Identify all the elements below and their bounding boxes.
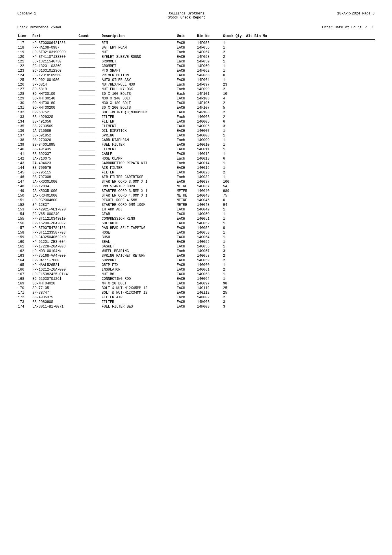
alt-bin-no bbox=[246, 305, 280, 309]
table-row: 128BO-MHT30100________30 X 100 BOLTSEach… bbox=[17, 92, 375, 96]
table-row: 138BS-270026________CARB DIAPHRAMEach14G… bbox=[17, 138, 375, 143]
unit: EACH bbox=[176, 180, 196, 184]
alt-bin-no bbox=[246, 235, 280, 239]
description: FILTER bbox=[101, 120, 176, 124]
alt-bin-no bbox=[246, 110, 280, 114]
alt-bin-no bbox=[246, 189, 280, 193]
alt-bin-no bbox=[246, 208, 280, 212]
part-number: HP-ST11233587703 bbox=[32, 231, 78, 235]
part-number: HP-ST11210343010 bbox=[32, 217, 78, 221]
stock-qty: 23 bbox=[222, 83, 246, 87]
table-row: 123EC-61031012360________PTO SHAFTEACH14… bbox=[17, 69, 375, 73]
alt-bin-no bbox=[246, 249, 280, 253]
stock-qty: 1 bbox=[222, 69, 246, 73]
table-row: 137BS-691852________SPRINGEACH14G0081 bbox=[17, 133, 375, 138]
stock-qty: 1 bbox=[222, 41, 246, 45]
bin-no: 14G055 bbox=[196, 240, 222, 244]
bin-no: 14G014 bbox=[196, 161, 222, 165]
bin-no: 14G058 bbox=[196, 254, 222, 258]
bin-no: 14F055 bbox=[196, 41, 222, 45]
bin-no: 14F105 bbox=[196, 101, 222, 105]
table-row: 154EC-V651000240________GEAREACH14G0501 bbox=[17, 212, 375, 217]
table-row: 173BS-298090S________FILTEREACH14H0033 bbox=[17, 300, 375, 304]
description: SPRING bbox=[101, 134, 176, 138]
description: CARB DIAPHRAM bbox=[101, 138, 176, 142]
bin-no: 14G054 bbox=[196, 235, 222, 239]
part-number: SP-6819 bbox=[32, 87, 78, 91]
bin-no: 14G052 bbox=[196, 221, 222, 225]
description: NUT/HEX/FULL M30 bbox=[101, 83, 176, 87]
stock-qty: 2 bbox=[222, 110, 246, 114]
line-number: 168 bbox=[17, 277, 32, 281]
bin-no: 14F056 bbox=[196, 46, 222, 50]
count-field: ________ bbox=[78, 60, 101, 64]
description: EYELET SLEEVE ROUND bbox=[101, 55, 176, 59]
alt-bin-no bbox=[246, 277, 280, 281]
bin-no: 14F064 bbox=[196, 78, 222, 82]
table-row: 132SP-53752________BOLT-METRIC(C)M30X120… bbox=[17, 110, 375, 115]
company-label: Company bbox=[17, 12, 32, 16]
part-number: HP-ST90754784136 bbox=[32, 226, 78, 230]
unit: EACH bbox=[176, 235, 196, 239]
table-row: 118HP-HA108-0987________BATTERY FOAMEACH… bbox=[17, 45, 375, 50]
unit: EACH bbox=[176, 263, 196, 267]
description: FUEL FILTER bbox=[101, 143, 176, 147]
count-field: ________ bbox=[78, 221, 101, 225]
alt-bin-no bbox=[246, 83, 280, 87]
description: WHEEL BEARING bbox=[101, 249, 176, 253]
stock-qty: 2 bbox=[222, 254, 246, 258]
line-number: 163 bbox=[17, 254, 32, 258]
description: PAN HEAD SELF-TAPPING bbox=[101, 226, 176, 230]
col-unit: Unit bbox=[176, 34, 196, 38]
bin-no: 14G050 bbox=[196, 212, 222, 216]
stock-qty: 10 bbox=[222, 92, 246, 96]
count-field: ________ bbox=[78, 78, 101, 82]
alt-bin-no bbox=[246, 226, 280, 230]
company-number: 1 bbox=[34, 12, 36, 16]
bin-no: 14G048 bbox=[196, 203, 222, 207]
line-number: 127 bbox=[17, 87, 32, 91]
part-number: BO-MHT30140 bbox=[32, 97, 78, 101]
table-row: 155HP-ST11210343010________COMPRESSION R… bbox=[17, 217, 375, 221]
stock-qty: 1 bbox=[222, 129, 246, 133]
table-row: 166HP-16212-Z0A-000________INSULATOREACH… bbox=[17, 267, 375, 272]
count-field: ________ bbox=[78, 152, 101, 156]
stock-qty: 2 bbox=[222, 101, 246, 105]
description: PTO SHAFT bbox=[101, 69, 176, 73]
table-row: 135BS-273356S________ELEMENTEACH14G0063 bbox=[17, 124, 375, 129]
alt-bin-no bbox=[246, 138, 280, 142]
line-number: 118 bbox=[17, 46, 32, 50]
count-field: ________ bbox=[78, 161, 101, 165]
alt-bin-no bbox=[246, 180, 280, 184]
bin-no: 14G112 bbox=[196, 291, 222, 295]
stock-qty: 1 bbox=[222, 138, 246, 142]
unit: EACH bbox=[176, 152, 196, 156]
stock-qty: 1 bbox=[222, 231, 246, 235]
stock-qty: 2 bbox=[222, 87, 246, 91]
line-number: 131 bbox=[17, 106, 32, 110]
part-number: BS-492932S bbox=[32, 115, 78, 119]
stock-qty: 1 bbox=[222, 221, 246, 225]
unit: EACH bbox=[176, 106, 196, 110]
col-description: Description bbox=[101, 34, 176, 38]
alt-bin-no bbox=[246, 157, 280, 161]
count-field: ________ bbox=[78, 235, 101, 239]
line-number: 128 bbox=[17, 92, 32, 96]
bin-no: 14G037 bbox=[196, 180, 222, 184]
line-number: 170 bbox=[17, 286, 32, 290]
line-number: 125 bbox=[17, 78, 32, 82]
unit: EACH bbox=[176, 226, 196, 230]
part-number: HP-HA111-7680 bbox=[32, 258, 78, 262]
line-number: 161 bbox=[17, 245, 32, 249]
description: RECOIL ROPE 4.5MM bbox=[101, 198, 176, 202]
count-field: ________ bbox=[78, 87, 101, 91]
table-row: 140BS-491435________ELEMENTEACH14G0111 bbox=[17, 147, 375, 152]
table-row: 142JA-710075________HOSE CLAMPEach14G013… bbox=[17, 156, 375, 161]
bin-no: 14F108 bbox=[196, 110, 222, 114]
enter-date-label: Enter Date of Count bbox=[322, 25, 362, 29]
report-title2: Stock Check Report bbox=[168, 16, 205, 20]
stock-qty: 2 bbox=[222, 295, 246, 299]
unit: EACH bbox=[176, 208, 196, 212]
stock-qty: 1 bbox=[222, 46, 246, 50]
count-field: ________ bbox=[78, 73, 101, 77]
